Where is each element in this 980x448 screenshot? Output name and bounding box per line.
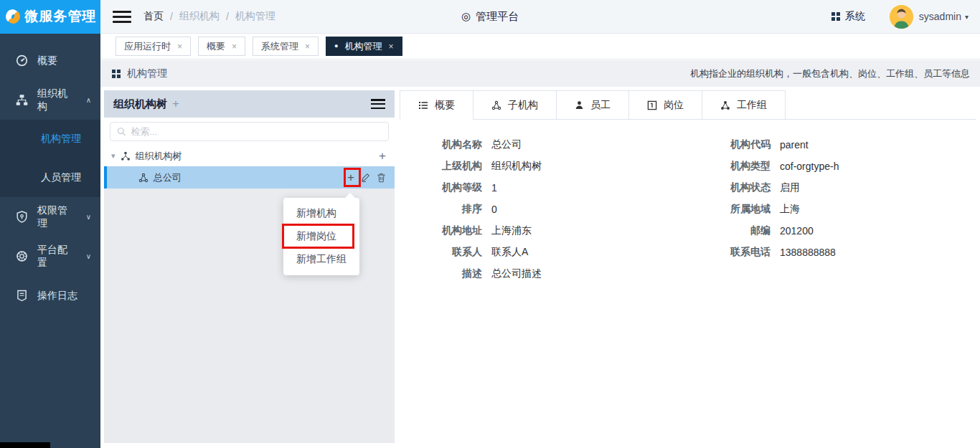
field-zip-code: 邮编 201200: [688, 223, 976, 239]
menu-item-add-workgroup[interactable]: 新增工作组: [283, 248, 359, 271]
sidebar-item-organization[interactable]: 组织机构 ∧: [0, 80, 100, 120]
field-parent-org: 上级机构 组织机构树: [400, 158, 688, 174]
window-tab-label: 应用运行时: [124, 40, 171, 53]
field-value: 1: [491, 182, 497, 194]
field-region: 所属地域 上海: [688, 201, 976, 217]
id-badge-icon: [647, 100, 657, 110]
field-value: 总公司描述: [491, 267, 542, 280]
avatar[interactable]: [890, 5, 913, 29]
detail-tabs: 概要 子机构: [400, 90, 976, 120]
sidebar-item-label: 操作日志: [37, 290, 77, 302]
detail-tab-posts[interactable]: 岗位: [628, 90, 702, 120]
field-label: 所属地域: [688, 203, 780, 216]
field-value: 联系人A: [491, 246, 528, 259]
page-hint: 机构指企业的组织机构，一般包含机构、岗位、工作组、员工等信息: [690, 67, 970, 80]
search-icon: [117, 127, 126, 136]
tree-node-label[interactable]: 总公司: [154, 171, 182, 184]
sidebar-item-label: 平台配置: [37, 244, 77, 270]
add-root-button[interactable]: +: [172, 97, 179, 111]
org-network-icon: [121, 151, 131, 161]
field-label: 联系电话: [688, 246, 780, 259]
field-value: cof-orgtype-h: [780, 161, 839, 172]
app-logo[interactable]: 微服务管理: [0, 0, 100, 34]
tree-search[interactable]: [110, 122, 389, 141]
sidebar: 概要 组织机构 ∧ 机构管理 人员管理: [0, 34, 100, 448]
close-icon[interactable]: ×: [177, 42, 182, 52]
sidebar-item-org-management[interactable]: 机构管理: [0, 120, 100, 158]
detail-tab-employees[interactable]: 员工: [556, 90, 628, 120]
system-menu-button[interactable]: 系统: [831, 10, 865, 23]
window-tabbar: 应用运行时 × 概要 × 系统管理 × ● 机构管理 ×: [100, 34, 980, 59]
sub-org-icon: [491, 100, 501, 110]
window-tab-org-management[interactable]: ● 机构管理 ×: [326, 37, 402, 56]
sidebar-item-permissions[interactable]: 权限管理 ∨: [0, 197, 100, 237]
logo-text: 微服务管理: [25, 7, 97, 26]
sidebar-subitem-label: 机构管理: [41, 133, 81, 146]
menu-item-label: 新增工作组: [296, 253, 347, 266]
page-title: 机构管理: [112, 67, 167, 80]
username[interactable]: sysadmin: [919, 11, 961, 22]
menu-item-add-post[interactable]: 新增岗位: [283, 225, 359, 248]
close-icon[interactable]: ×: [388, 42, 393, 52]
detail-tab-sub-orgs[interactable]: 子机构: [473, 90, 556, 120]
org-chart-icon: [16, 94, 28, 106]
detail-tab-label: 子机构: [508, 99, 538, 112]
fields-column-right: 机构代码 parent 机构类型 cof-orgtype-h 机构状态 启用: [688, 137, 976, 287]
sidebar-item-personnel-management[interactable]: 人员管理: [0, 158, 100, 197]
close-icon[interactable]: ×: [232, 42, 237, 52]
field-value: 启用: [780, 181, 800, 194]
delete-trash-icon[interactable]: [377, 173, 386, 183]
add-child-button[interactable]: +: [379, 149, 386, 163]
field-org-type: 机构类型 cof-orgtype-h: [688, 158, 976, 174]
field-value: 1388888888: [780, 247, 836, 258]
window-edge-strip: [0, 442, 50, 448]
detail-tab-overview[interactable]: 概要: [400, 90, 473, 120]
user-dropdown-caret-icon[interactable]: ▾: [965, 13, 969, 21]
field-label: 机构名称: [400, 138, 491, 151]
grid-icon: [112, 70, 121, 78]
tree-root-row[interactable]: ▾ 组织机构树 +: [104, 146, 395, 166]
detail-tab-label: 工作组: [737, 99, 767, 112]
tree-root-label[interactable]: 组织机构树: [136, 150, 182, 163]
tree-body: ▾ 组织机构树 +: [104, 118, 395, 189]
breadcrumb-org[interactable]: 组织机构: [179, 10, 220, 23]
field-value: 总公司: [491, 138, 522, 151]
list-icon: [418, 100, 428, 110]
search-input[interactable]: [131, 126, 382, 137]
sidebar-item-platform-config[interactable]: 平台配置 ∨: [0, 237, 100, 276]
field-value: parent: [780, 139, 809, 151]
sidebar-item-operation-logs[interactable]: 操作日志: [0, 276, 100, 315]
breadcrumb-home[interactable]: 首页: [143, 10, 164, 23]
page-title-label: 机构管理: [127, 67, 167, 80]
sidebar-item-label: 权限管理: [37, 204, 77, 230]
sidebar-item-overview[interactable]: 概要: [0, 41, 100, 80]
detail-tab-workgroups[interactable]: 工作组: [702, 90, 786, 120]
menu-item-label: 新增机构: [296, 207, 336, 220]
org-tree-panel: 组织机构树 + ▾: [104, 90, 395, 443]
close-icon[interactable]: ×: [305, 42, 310, 52]
menu-item-add-org[interactable]: 新增机构: [283, 202, 359, 225]
eye-icon: ◎: [461, 10, 471, 23]
top-header: 微服务管理 首页 / 组织机构 / 机构管理 ◎ 管理平台 系统: [0, 0, 980, 34]
node-add-button[interactable]: +: [347, 171, 354, 185]
tree-menu-icon[interactable]: [371, 99, 385, 109]
sidebar-submenu-organization: 机构管理 人员管理: [0, 120, 100, 197]
node-action-icons: +: [347, 166, 386, 189]
window-tab-system-management[interactable]: 系统管理 ×: [253, 37, 319, 56]
field-label: 联系人: [400, 246, 491, 259]
workgroup-icon: [720, 100, 730, 110]
window-tab-app-runtime[interactable]: 应用运行时 ×: [116, 37, 191, 56]
org-detail-panel: 概要 子机构: [400, 90, 976, 448]
tree-node-row-selected[interactable]: 总公司 +: [104, 166, 395, 189]
caret-down-icon[interactable]: ▾: [111, 151, 116, 161]
field-value: 组织机构树: [491, 160, 542, 173]
grid-icon: [831, 12, 840, 21]
dashboard-icon: [16, 54, 28, 67]
field-sort-order: 排序 0: [400, 201, 688, 217]
window-tab-overview[interactable]: 概要 ×: [198, 37, 245, 56]
window-tab-label: 系统管理: [261, 40, 298, 53]
field-org-code: 机构代码 parent: [688, 137, 976, 153]
edit-pencil-icon[interactable]: [361, 173, 370, 182]
collapse-menu-icon[interactable]: [113, 11, 131, 23]
shield-icon: [16, 211, 28, 223]
